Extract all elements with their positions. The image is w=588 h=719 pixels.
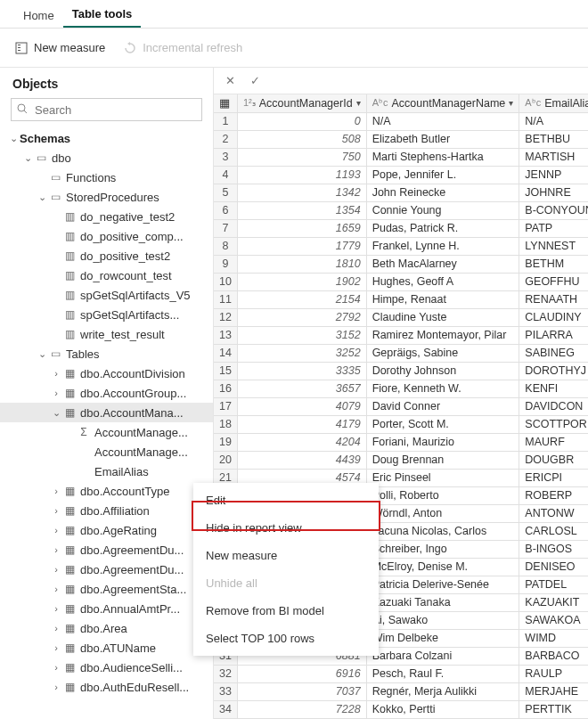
storedproc-item[interactable]: ›▥do_positive_test2 xyxy=(0,246,213,266)
cell-name[interactable]: Claudine Yuste xyxy=(366,308,519,326)
cell-id[interactable]: 3152 xyxy=(237,326,366,344)
table-row[interactable]: 2508Elizabeth ButlerBETHBU xyxy=(214,130,588,148)
cell-name[interactable]: David Conner xyxy=(366,397,519,415)
table-row[interactable]: 101902Hughes, Geoff AGEOFFHU xyxy=(214,273,588,290)
cell-alias[interactable]: MARTISH xyxy=(519,148,588,166)
cell-name[interactable]: Doug Brennan xyxy=(366,451,519,469)
search-box[interactable] xyxy=(11,98,202,121)
cell-alias[interactable]: BARBACO xyxy=(519,647,588,665)
cell-alias[interactable]: PERTTIK xyxy=(519,700,588,718)
cell-alias[interactable]: DOUGBR xyxy=(519,451,588,469)
table-accountmanager[interactable]: ⌄ ▦ dbo.AccountMana... xyxy=(0,403,213,422)
cell-name[interactable]: Porter, Scott M. xyxy=(366,415,519,433)
column-dropdown-icon[interactable]: ▾ xyxy=(509,98,513,108)
tab-home[interactable]: Home xyxy=(14,4,63,28)
cell-alias[interactable]: GEOFFHU xyxy=(519,273,588,290)
cell-name[interactable]: Wim Delbeke xyxy=(366,629,519,647)
cell-alias[interactable]: N/A xyxy=(519,112,588,130)
cell-name[interactable]: Hughes, Geoff A xyxy=(366,273,519,290)
cell-id[interactable]: 4439 xyxy=(237,451,366,469)
cell-id[interactable]: 7037 xyxy=(237,682,366,700)
column-header-accountmanagerid[interactable]: 1²₃ AccountManagerId ▾ xyxy=(237,94,366,112)
cell-alias[interactable]: DOROTHYJ xyxy=(519,362,588,380)
column-emailalias[interactable]: › EmailAlias xyxy=(0,462,213,481)
table-row[interactable]: 143252Gepräigs, SabineSABINEG xyxy=(214,344,588,362)
table-row[interactable]: 204439Doug BrennanDOUGBR xyxy=(214,451,588,469)
cell-alias[interactable]: BETHBU xyxy=(519,130,588,148)
context-menu-edit[interactable]: Edit xyxy=(193,486,379,514)
cell-alias[interactable]: PILARRA xyxy=(519,326,588,344)
cell-name[interactable]: Pudas, Patrick R. xyxy=(366,219,519,237)
storedproc-item[interactable]: ›▥write_test_result xyxy=(0,324,213,344)
cell-alias[interactable]: RAULP xyxy=(519,665,588,682)
table-row[interactable]: 337037Regnér, Merja AulikkiMERJAHE xyxy=(214,682,588,700)
cell-alias[interactable]: SAWAKOA xyxy=(519,611,588,629)
storedproc-item[interactable]: ›▥do_positive_comp... xyxy=(0,226,213,246)
cell-name[interactable]: Himpe, Renaat xyxy=(366,290,519,308)
cell-id[interactable]: 508 xyxy=(237,130,366,148)
cell-alias[interactable]: WIMD xyxy=(519,629,588,647)
cell-name[interactable]: Connie Young xyxy=(366,201,519,219)
cell-id[interactable]: 1902 xyxy=(237,273,366,290)
cell-id[interactable]: 7228 xyxy=(237,700,366,718)
column-header-accountmanagername[interactable]: Aᵇc AccountManagerName ▾ xyxy=(366,94,519,112)
table-row[interactable]: 91810Beth MacAlarneyBETHM xyxy=(214,255,588,273)
cell-name[interactable]: Gepräigs, Sabine xyxy=(366,344,519,362)
table-item[interactable]: ›▦dbo.Affiliation xyxy=(0,501,213,520)
cell-name[interactable]: Foriani, Maurizio xyxy=(366,433,519,451)
cell-alias[interactable]: SABINEG xyxy=(519,344,588,362)
cell-alias[interactable]: ROBERP xyxy=(519,486,588,504)
cell-name[interactable]: Marti Stephens-Hartka xyxy=(366,148,519,166)
cell-name[interactable]: Beth MacAlarney xyxy=(366,255,519,273)
table-item[interactable]: ›▦dbo.AudienceSelli... xyxy=(0,658,213,677)
cell-alias[interactable]: DENISEO xyxy=(519,558,588,576)
table-item[interactable]: ›▦dbo.AgreementSta... xyxy=(0,579,213,599)
table-row[interactable]: 122792Claudine YusteCLAUDINY xyxy=(214,308,588,326)
cell-name[interactable]: N/A xyxy=(366,112,519,130)
cell-alias[interactable]: LYNNEST xyxy=(519,237,588,255)
table-row[interactable]: 326916Pesch, Raul F.RAULP xyxy=(214,665,588,682)
cell-id[interactable]: 1193 xyxy=(237,166,366,184)
table-item[interactable]: ›▦dbo.AgreementDu... xyxy=(0,540,213,560)
storedprocedures-node[interactable]: ⌄ ▭ StoredProcedures xyxy=(0,187,213,207)
table-item[interactable]: ›▦dbo.AgeRating xyxy=(0,520,213,540)
cell-name[interactable]: Dorothy Johnson xyxy=(366,362,519,380)
cell-alias[interactable]: CLAUDINY xyxy=(519,308,588,326)
cell-name[interactable]: Kazuaki Tanaka xyxy=(366,593,519,611)
cell-name[interactable]: Frankel, Lynne H. xyxy=(366,237,519,255)
cell-id[interactable]: 4079 xyxy=(237,397,366,415)
cell-alias[interactable]: KENFI xyxy=(519,380,588,397)
cell-alias[interactable]: DAVIDCON xyxy=(519,397,588,415)
table-row[interactable]: 81779Frankel, Lynne H.LYNNEST xyxy=(214,237,588,255)
cell-alias[interactable]: MAURF xyxy=(519,433,588,451)
cell-alias[interactable]: SCOTTPOR xyxy=(519,415,588,433)
cell-id[interactable]: 2154 xyxy=(237,290,366,308)
storedproc-item[interactable]: ›▥do_rowcount_test xyxy=(0,266,213,285)
schema-dbo[interactable]: ⌄ ▭ dbo xyxy=(0,148,213,167)
table-row[interactable]: 112154Himpe, RenaatRENAATH xyxy=(214,290,588,308)
column-header-emailalias[interactable]: Aᵇc EmailAlias ▾ xyxy=(519,94,588,112)
cell-name[interactable]: Ramirez Montemayor, Pilar xyxy=(366,326,519,344)
table-item[interactable]: ›▦dbo.AccountDivision xyxy=(0,364,213,383)
cell-name[interactable]: Polli, Roberto xyxy=(366,486,519,504)
cell-alias[interactable]: MERJAHE xyxy=(519,682,588,700)
cell-alias[interactable]: B-INGOS xyxy=(519,540,588,558)
tables-node[interactable]: ⌄ ▭ Tables xyxy=(0,344,213,364)
context-menu-hide-in-report-view[interactable]: Hide in report view xyxy=(193,514,379,542)
table-item[interactable]: ›▦dbo.AuthEduResell... xyxy=(0,677,213,697)
table-row[interactable]: 61354Connie YoungB-CONYOUNG xyxy=(214,201,588,219)
cell-name[interactable]: Kokko, Pertti xyxy=(366,700,519,718)
cell-id[interactable]: 3335 xyxy=(237,362,366,380)
cell-id[interactable]: 0 xyxy=(237,112,366,130)
cell-name[interactable]: Barbara Colzani xyxy=(366,647,519,665)
cell-alias[interactable]: CARLOSL xyxy=(519,522,588,540)
cell-id[interactable]: 750 xyxy=(237,148,366,166)
storedproc-item[interactable]: ›▥spGetSqlArtifacts_V5 xyxy=(0,285,213,305)
cell-alias[interactable]: ANTONW xyxy=(519,504,588,522)
cell-name[interactable]: Patricia Delerive-Senée xyxy=(366,576,519,593)
cell-name[interactable]: Elizabeth Butler xyxy=(366,130,519,148)
cell-id[interactable]: 3657 xyxy=(237,380,366,397)
cell-alias[interactable]: BETHM xyxy=(519,255,588,273)
table-row[interactable]: 153335Dorothy JohnsonDOROTHYJ xyxy=(214,362,588,380)
functions-node[interactable]: › ▭ Functions xyxy=(0,167,213,187)
